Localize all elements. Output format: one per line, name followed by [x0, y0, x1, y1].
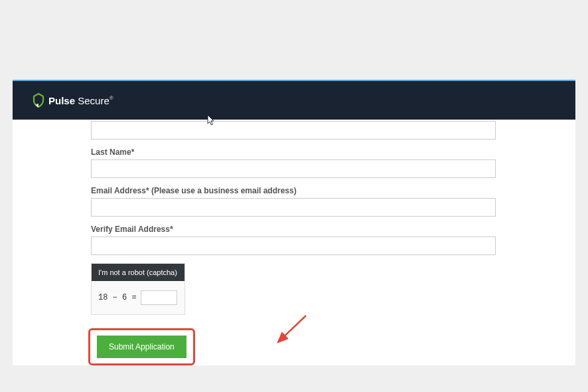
submit-application-button[interactable]: Submit Application — [97, 336, 186, 358]
brand-text: Pulse Secure® — [48, 95, 113, 106]
first-name-input[interactable] — [91, 121, 496, 140]
form-content: Last Name* Email Address* (Please use a … — [13, 120, 575, 365]
email-group: Email Address* (Please use a business em… — [91, 186, 575, 217]
captcha-body: 18 − 6 = — [92, 281, 184, 314]
verify-email-input[interactable] — [91, 237, 496, 255]
last-name-group: Last Name* — [91, 147, 575, 178]
captcha-box: I'm not a robot (captcha) 18 − 6 = — [91, 263, 185, 315]
captcha-header: I'm not a robot (captcha) — [92, 264, 184, 281]
email-label: Email Address* (Please use a business em… — [91, 186, 575, 195]
last-name-input[interactable] — [91, 159, 496, 178]
page-wrapper: Pulse Secure® Last Name* Email Address* … — [0, 0, 588, 365]
captcha-input[interactable] — [141, 290, 177, 305]
first-name-group — [91, 121, 575, 140]
submit-highlight: Submit Application — [88, 328, 195, 365]
pulse-secure-icon — [33, 93, 44, 108]
header-bar: Pulse Secure® — [13, 80, 575, 120]
email-input[interactable] — [91, 198, 496, 217]
captcha-expression: 18 − 6 = — [98, 293, 137, 302]
annotation-arrow-icon — [273, 312, 313, 351]
brand-logo: Pulse Secure® — [33, 93, 113, 108]
verify-email-group: Verify Email Address* — [91, 225, 575, 255]
verify-email-label: Verify Email Address* — [91, 225, 575, 234]
last-name-label: Last Name* — [91, 147, 575, 157]
svg-line-1 — [278, 316, 306, 342]
